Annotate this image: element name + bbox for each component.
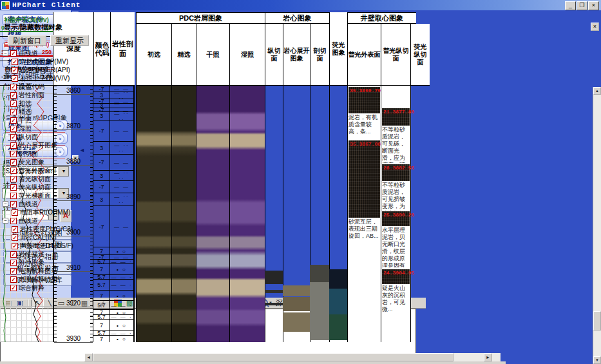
checkbox-checked-icon[interactable]: ✓ <box>10 201 17 207</box>
tree-item-label: 纵切面 <box>19 133 38 142</box>
restore-button[interactable]: ❐ <box>577 1 587 10</box>
tree-item[interactable]: ✓井径CAL(IN) <box>12 233 56 242</box>
checkbox-checked-icon[interactable]: ✓ <box>10 134 17 140</box>
tree-item[interactable]: ✓岩性剖面 <box>3 91 44 99</box>
tree-item[interactable]: ✓岩心展开图象 <box>3 141 57 149</box>
checkbox-checked-icon[interactable]: ✓ <box>10 109 17 115</box>
tree-item[interactable]: ✓湿照 <box>3 124 32 133</box>
checkbox-checked-icon[interactable]: ✓ <box>10 176 17 182</box>
checkbox-checked-icon[interactable]: ✓ <box>10 142 17 149</box>
panel-close-icon[interactable]: × <box>591 23 599 31</box>
refresh-window-button[interactable]: 刷新窗口 <box>8 35 46 46</box>
tree-item[interactable]: ✓岩性密度Pb(G/C3) <box>12 225 73 233</box>
checkbox-checked-icon[interactable]: ✓ <box>10 268 17 274</box>
checkbox-checked-icon[interactable]: ✓ <box>12 235 18 241</box>
checkbox-checked-icon[interactable]: ✓ <box>10 151 17 157</box>
tree-item[interactable]: ✓电测解释图示 <box>3 267 57 275</box>
tree-item-label: 干照 <box>19 116 32 125</box>
tree-item-label: 自然电位SP(MV) <box>20 57 68 66</box>
tree-item[interactable]: ✓干照 <box>3 116 32 124</box>
main-area: 客户端文件»模板»成果图»打印/生成图象»参考打印纸尺寸打印设置打印打印预览综合… <box>0 10 601 364</box>
checkbox-checked-icon[interactable]: ✓ <box>10 285 17 291</box>
checkbox-checked-icon[interactable]: ✓ <box>10 126 17 132</box>
minimize-button[interactable]: _ <box>565 1 576 10</box>
checkbox-checked-icon[interactable]: ✓ <box>10 251 17 258</box>
checkbox-checked-icon[interactable]: ✓ <box>10 260 17 266</box>
tree-item[interactable]: ✓普光外表面 <box>3 166 51 175</box>
checkbox-checked-icon[interactable]: ✓ <box>10 101 17 107</box>
close-button[interactable]: × <box>588 1 599 10</box>
tree-item[interactable]: ✓初选 <box>3 99 32 108</box>
tree-item-label: 荧光纵切面 <box>19 183 51 192</box>
tree-item[interactable]: ✓荧光纵切面 <box>3 183 51 191</box>
tree-item-label: 荧光图象 <box>19 158 44 167</box>
tree-item[interactable]: ✓精选 <box>3 108 32 116</box>
core-image-segments <box>283 309 310 342</box>
checkbox-checked-icon[interactable]: ✓ <box>10 159 17 166</box>
track-精选 <box>171 309 196 342</box>
tree-item-label: 岩心展开图象 <box>19 141 57 150</box>
tree-item[interactable]: ✓综合解释 <box>3 283 44 292</box>
checkbox-checked-icon[interactable]: ✓ <box>10 84 17 90</box>
tree-collapse-icon[interactable]: − <box>3 218 8 224</box>
checkbox-checked-icon[interactable]: ✓ <box>12 75 18 82</box>
tree-item[interactable]: ✓荧光横断面 <box>3 191 51 200</box>
track-初选 <box>136 309 171 342</box>
layer-tree: −✓曲线道✓自然电位SP(MV)✓自然伽玛GR(API)✓补偿中子CN(V/V)… <box>3 49 93 364</box>
tree-item[interactable]: ✓普光纵切面 <box>3 175 51 183</box>
panel-title: 显示/隐藏数据对象 <box>1 22 94 32</box>
color-code-track: -73-73-73-73-73-73-77-75.775.75.775.775.… <box>93 309 110 342</box>
tree-item[interactable]: ✓颜色代码 <box>3 82 44 91</box>
checkbox-checked-icon[interactable]: ✓ <box>12 67 18 73</box>
tree-item-label: 普光纵切面 <box>19 175 51 184</box>
tree-item[interactable]: ✓纵切面 <box>3 133 38 141</box>
tree-item[interactable]: ✓声波时差DT(US/F) <box>12 242 73 250</box>
scroll-right-icon[interactable]: ► <box>484 353 492 361</box>
redisplay-button[interactable]: 重新显示 <box>50 35 89 46</box>
color-code-value: 5.7 <box>93 314 110 319</box>
tree-collapse-icon[interactable]: − <box>3 201 8 207</box>
checkbox-checked-icon[interactable]: ✓ <box>10 276 17 283</box>
lithology-pattern: • ○ <box>110 335 133 343</box>
description-column-2: 21.3877.80不等粒砂质泥岩，可见砾，断面光滑，应为擦痕，碎屑流沉积28.… <box>381 309 410 342</box>
color-code-value: 7 <box>93 335 110 342</box>
checkbox-checked-icon[interactable]: ✓ <box>12 226 18 233</box>
tree-item-label: 岩性密度Pb(G/C3) <box>20 225 73 234</box>
tree-item[interactable]: ✓自然伽玛GR(API) <box>12 66 70 74</box>
tree-item[interactable]: ✓电测解释结果 <box>3 275 57 283</box>
horizontal-scrollbar[interactable]: ◄ ► <box>84 353 501 361</box>
core-image-segments <box>310 309 329 342</box>
checkbox-checked-icon[interactable]: ✓ <box>10 50 17 57</box>
tree-item[interactable]: −✓曲线道 <box>3 49 38 57</box>
tree-item[interactable]: ✓自然电位SP(MV) <box>12 57 68 66</box>
tree-item[interactable]: ✓荧光图象 <box>3 158 44 166</box>
core-image-segments <box>265 309 283 342</box>
checkbox-checked-icon[interactable]: ✓ <box>10 117 17 124</box>
checkbox-checked-icon[interactable]: ✓ <box>12 59 18 65</box>
window-title: HPChart Client <box>12 1 81 9</box>
checkbox-checked-icon[interactable]: ✓ <box>10 92 17 99</box>
tree-item-label: 电测解释图示 <box>19 267 57 276</box>
checkbox-checked-icon[interactable]: ✓ <box>10 184 17 191</box>
checkbox-checked-icon[interactable]: ✓ <box>10 218 17 224</box>
description-column-1: 35.3860.70泥岩，有机质含量较高，条...35.3867.08砂泥互层，… <box>347 309 381 342</box>
checkbox-checked-icon[interactable]: ✓ <box>10 168 17 174</box>
checkbox-checked-icon[interactable]: ✓ <box>12 243 18 249</box>
tree-item[interactable]: ✓补偿中子CN(V/V) <box>12 74 70 82</box>
tree-item[interactable]: −✓曲线道 <box>3 200 38 208</box>
tree-item[interactable]: ✓附件图象 <box>3 258 44 267</box>
tree-item-label: 曲线道 <box>19 216 38 225</box>
tree-item[interactable]: ✓电阻率Rt(OHMM) <box>12 208 70 216</box>
core-image <box>283 312 310 332</box>
tree-item[interactable]: −✓曲线道 <box>3 216 38 225</box>
checkbox-checked-icon[interactable]: ✓ <box>12 209 18 216</box>
tree-item[interactable]: ✓剖切面 <box>3 149 38 158</box>
lithology-pattern: • ○ <box>110 319 133 331</box>
core-image <box>283 309 310 311</box>
checkbox-checked-icon[interactable]: ✓ <box>10 193 17 199</box>
tree-item[interactable]: ✓岩性描述 <box>3 250 44 258</box>
title-bar: HPChart Client _ ❐ × <box>0 0 601 10</box>
tree-collapse-icon[interactable]: − <box>3 50 8 56</box>
horizontal-scroll-thumb[interactable] <box>93 353 453 361</box>
core-image <box>310 309 329 340</box>
